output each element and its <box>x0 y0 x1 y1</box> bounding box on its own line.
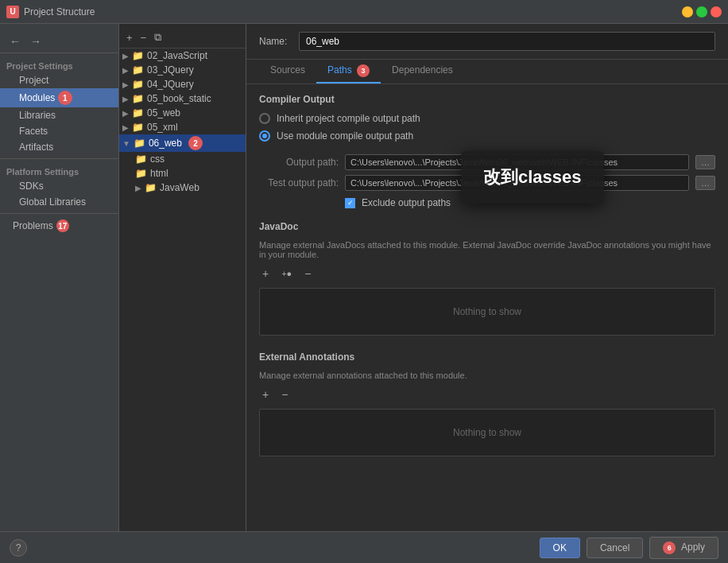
folder-icon: 📁 <box>135 153 147 165</box>
tree-item-label: 04_JQuery <box>147 79 194 90</box>
tab-paths-label: Paths <box>327 64 352 76</box>
bottom-bar: ? OK Cancel 6 Apply <box>0 531 728 563</box>
tree-item-label: css <box>150 153 165 165</box>
apply-button[interactable]: 6 Apply <box>649 537 718 559</box>
minimize-button[interactable] <box>682 6 693 17</box>
tree-item-05web[interactable]: ▶ 📁 05_web <box>119 106 246 120</box>
tab-paths[interactable]: Paths 3 <box>316 60 381 83</box>
tree-item-css[interactable]: 📁 css <box>119 152 246 166</box>
nav-forward-button[interactable]: → <box>27 33 45 49</box>
content-panel: Name: Sources Paths 3 Dependencies Compi… <box>246 24 728 531</box>
paths-tab-badge: 3 <box>357 64 370 77</box>
tabs-row: Sources Paths 3 Dependencies <box>246 60 728 84</box>
sidebar-item-artifacts[interactable]: Artifacts <box>0 139 118 155</box>
app-icon: U <box>6 6 19 18</box>
tree-item-javaweb[interactable]: ▶ 📁 JavaWeb <box>119 181 246 195</box>
javadoc-remove-button[interactable]: − <box>301 266 314 282</box>
ok-button[interactable]: OK <box>540 538 580 558</box>
sidebar-item-sdks[interactable]: SDKs <box>0 178 118 194</box>
remove-module-button[interactable]: − <box>138 31 149 45</box>
sidebar-divider <box>0 158 118 159</box>
ext-annotations-add-button[interactable]: + <box>259 386 272 402</box>
folder-icon: 📁 <box>132 50 144 61</box>
sidebar-toolbar: ← → <box>0 30 118 53</box>
tree-item-label: 03_JQuery <box>147 64 194 76</box>
help-button[interactable]: ? <box>10 539 27 557</box>
file-tree-panel: + − ⧉ ▶ 📁 02_JavaScript ▶ 📁 03_JQuery ▶ … <box>119 24 246 531</box>
tree-item-label: 02_JavaScript <box>147 50 207 61</box>
javadoc-add-config-button[interactable]: +● <box>278 267 295 280</box>
tooltip-text: 改到classes <box>483 167 582 187</box>
name-label: Name: <box>259 36 291 47</box>
tree-item-05xml[interactable]: ▶ 📁 05_xml <box>119 120 246 134</box>
javadoc-empty-area: Nothing to show <box>259 288 715 336</box>
ext-annotations-section: External Annotations Manage external ann… <box>259 351 715 456</box>
folder-icon: 📁 <box>135 168 147 179</box>
test-output-path-browse-button[interactable]: … <box>695 176 715 190</box>
radio-use-module-circle <box>259 130 270 142</box>
javadoc-title: JavaDoc <box>259 221 715 232</box>
tree-item-label: 06_web <box>149 138 182 149</box>
ext-annotations-title: External Annotations <box>259 351 715 363</box>
sidebar-item-modules[interactable]: Modules 1 <box>0 88 118 107</box>
tree-item-label: 05_book_static <box>147 93 211 104</box>
tree-item-05bookstatic[interactable]: ▶ 📁 05_book_static <box>119 91 246 106</box>
javadoc-desc: Manage external JavaDocs attached to thi… <box>259 240 715 259</box>
chevron-right-icon: ▶ <box>122 52 129 60</box>
sidebar-item-modules-label: Modules <box>19 92 55 103</box>
chevron-right-icon: ▶ <box>122 109 129 118</box>
sidebar-item-sdks-label: SDKs <box>19 181 44 192</box>
radio-inherit[interactable]: Inherit project compile output path <box>259 113 715 124</box>
tree-item-label: html <box>150 168 168 179</box>
exclude-checkbox-label: Exclude output paths <box>362 197 451 208</box>
tree-item-03jquery[interactable]: ▶ 📁 03_JQuery <box>119 63 246 77</box>
cancel-button[interactable]: Cancel <box>587 538 643 558</box>
tree-item-html[interactable]: 📁 html <box>119 166 246 181</box>
sidebar-item-project-label: Project <box>19 75 48 86</box>
sidebar-item-facets[interactable]: Facets <box>0 123 118 139</box>
sidebar-item-facets-label: Facets <box>19 126 48 137</box>
folder-icon: 📁 <box>145 182 157 193</box>
tab-dependencies-label: Dependencies <box>392 64 453 76</box>
copy-module-button[interactable]: ⧉ <box>152 30 164 45</box>
window-title: Project Structure <box>24 6 95 17</box>
tree-item-label: JavaWeb <box>160 182 199 193</box>
tree-item-04jquery[interactable]: ▶ 📁 04_JQuery <box>119 77 246 91</box>
javadoc-add-button[interactable]: + <box>259 266 272 282</box>
tab-dependencies[interactable]: Dependencies <box>381 60 464 83</box>
project-settings-label: Project Settings <box>0 56 118 72</box>
tree-item-label: 05_web <box>147 107 180 118</box>
sidebar-item-global-libraries-label: Global Libraries <box>19 196 86 208</box>
sidebar-item-problems[interactable]: Problems 17 <box>0 217 118 235</box>
chevron-right-icon: ▶ <box>122 95 129 103</box>
chevron-down-icon: ▼ <box>122 139 130 148</box>
name-row: Name: <box>246 24 728 60</box>
exclude-checkbox[interactable] <box>345 198 355 208</box>
nav-back-button[interactable]: ← <box>6 33 24 49</box>
name-input[interactable] <box>299 32 715 51</box>
javadoc-toolbar: + +● − <box>259 266 715 282</box>
apply-label: Apply <box>681 542 705 553</box>
apply-badge: 6 <box>663 542 676 554</box>
bottom-left: ? <box>10 539 27 557</box>
radio-use-module[interactable]: Use module compile output path <box>259 130 715 142</box>
folder-icon: 📁 <box>132 93 144 104</box>
add-module-button[interactable]: + <box>124 31 135 45</box>
sidebar-item-global-libraries[interactable]: Global Libraries <box>0 194 118 210</box>
tree-item-02javascript[interactable]: ▶ 📁 02_JavaScript <box>119 49 246 63</box>
sidebar-item-libraries[interactable]: Libraries <box>0 107 118 123</box>
close-button[interactable] <box>711 6 722 17</box>
maximize-button[interactable] <box>696 6 707 17</box>
chevron-right-icon: ▶ <box>135 184 141 192</box>
tab-sources[interactable]: Sources <box>259 60 316 83</box>
ext-annotations-remove-button[interactable]: − <box>278 386 291 402</box>
folder-icon: 📁 <box>132 107 144 118</box>
test-output-path-label: Test output path: <box>259 177 339 188</box>
tree-item-06web[interactable]: ▼ 📁 06_web 2 <box>119 134 246 152</box>
sidebar-item-project[interactable]: Project <box>0 72 118 88</box>
sidebar-item-problems-label: Problems <box>13 220 53 231</box>
output-path-label: Output path: <box>259 157 339 168</box>
output-path-browse-button[interactable]: … <box>695 155 715 169</box>
folder-icon: 📁 <box>132 64 144 76</box>
tree-item-label: 05_xml <box>147 122 178 133</box>
